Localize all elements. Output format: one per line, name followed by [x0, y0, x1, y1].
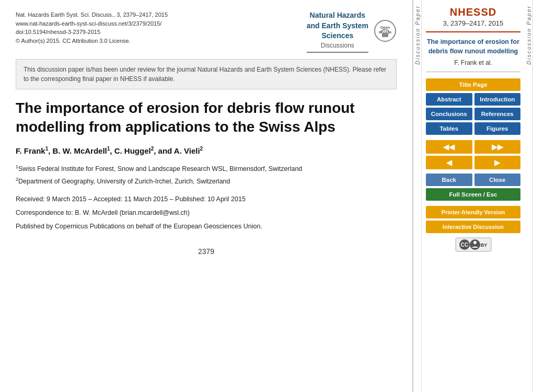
citation-block: Nat. Hazards Earth Syst. Sci. Discuss., …: [16, 10, 168, 45]
nav-grid-printer: Printer-friendly Version: [426, 206, 520, 218]
authors-line: F. Frank1, B. W. McArdell1, C. Huggel2, …: [16, 146, 397, 155]
nav-grid-2: Abstract Introduction: [426, 93, 520, 106]
nav-grid-interactive: Interactive Discussion: [426, 221, 520, 233]
affiliation1: 1Swiss Federal Institute for Forest, Sno…: [16, 163, 397, 175]
discussion-strip-2: Discussion Paper: [525, 0, 533, 392]
svg-point-8: [473, 241, 477, 244]
citation-line3: doi:10.5194/nhessd-3-2379-2015: [16, 28, 168, 37]
prev-button[interactable]: ◀: [426, 156, 472, 169]
svg-text:Open: Open: [380, 26, 390, 30]
citation-line2: www.nat-hazards-earth-syst-sci-discuss.n…: [16, 19, 168, 28]
received-line: Received: 9 March 2015 – Accepted: 11 Ma…: [16, 194, 397, 204]
nav-grid-arrows1: ◀◀ ▶▶: [426, 140, 520, 154]
affiliation2: 2Department of Geography, University of …: [16, 175, 397, 188]
open-access-icon: Open Access: [374, 19, 397, 44]
notice-box: This discussion paper is/has been under …: [16, 59, 397, 89]
discussion-strip-1: Discussion Paper: [413, 0, 422, 392]
citation-line1: Nat. Hazards Earth Syst. Sci. Discuss., …: [16, 10, 168, 19]
last-button[interactable]: ▶▶: [474, 140, 521, 154]
tables-button[interactable]: Tables: [426, 122, 472, 135]
svg-text:BY: BY: [480, 243, 487, 248]
author4: , and A. Vieli: [154, 146, 200, 155]
journal-title: Natural Hazards and Earth System Science…: [307, 10, 368, 53]
title-page-button[interactable]: Title Page: [426, 78, 520, 91]
citation-line4: © Author(s) 2015. CC Attribution 3.0 Lic…: [16, 37, 168, 45]
sidebar-journal-title: NHESSD: [426, 6, 520, 18]
full-screen-button[interactable]: Full Screen / Esc: [426, 188, 520, 201]
journal-header: Natural Hazards and Earth System Science…: [307, 10, 397, 53]
author2: , B. W. McArdell: [48, 146, 107, 155]
strip-label-1: Discussion Paper: [413, 0, 422, 70]
nav-grid-fullscreen: Full Screen / Esc: [426, 188, 520, 201]
nav-grid-3: Conclusions References: [426, 108, 520, 120]
affiliations: 1Swiss Federal Institute for Forest, Sno…: [16, 163, 397, 187]
printer-button[interactable]: Printer-friendly Version: [426, 206, 520, 218]
strip-label-2: Discussion Paper: [525, 0, 533, 70]
header-top: Nat. Hazards Earth Syst. Sci. Discuss., …: [16, 10, 397, 53]
first-button[interactable]: ◀◀: [426, 140, 472, 154]
references-button[interactable]: References: [474, 108, 521, 120]
main-content: Nat. Hazards Earth Syst. Sci. Discuss., …: [0, 0, 413, 392]
notice-text: This discussion paper is/has been under …: [24, 66, 386, 83]
abstract-button[interactable]: Abstract: [426, 93, 472, 106]
figures-button[interactable]: Figures: [474, 122, 521, 135]
nav-grid-1: Title Page: [426, 78, 520, 91]
svg-text:CC: CC: [460, 242, 468, 248]
svg-rect-3: [382, 33, 388, 37]
introduction-button[interactable]: Introduction: [474, 93, 521, 106]
cc-license-icon: CC BY: [455, 237, 492, 252]
nav-grid-back-close: Back Close: [426, 174, 520, 186]
close-button[interactable]: Close: [474, 174, 521, 186]
paper-title: The importance of erosion for debris flo…: [16, 99, 397, 137]
author3: , C. Huggel: [110, 146, 150, 155]
published-by-line: Published by Copernicus Publications on …: [16, 221, 397, 232]
page-number: 2379: [16, 247, 397, 256]
sidebar-authors: F. Frank et al.: [426, 59, 520, 72]
sidebar-paper-title: The importance of erosion for debris flo…: [426, 38, 520, 56]
right-section: Discussion Paper NHESSD 3, 2379–2417, 20…: [413, 0, 533, 392]
sidebar-panel: NHESSD 3, 2379–2417, 2015 The importance…: [422, 0, 525, 392]
back-button[interactable]: Back: [426, 174, 472, 186]
nav-grid-4: Tables Figures: [426, 122, 520, 135]
cc-license-badge: CC BY: [426, 237, 520, 252]
page-wrapper: Nat. Hazards Earth Syst. Sci. Discuss., …: [0, 0, 533, 392]
sidebar-journal-subtitle: 3, 2379–2417, 2015: [426, 19, 520, 32]
next-button[interactable]: ▶: [474, 156, 521, 169]
correspondence-line: Correspondence to: B. W. McArdell (brian…: [16, 207, 397, 218]
nav-grid-arrows2: ◀ ▶: [426, 156, 520, 169]
author1: F. Frank: [16, 146, 45, 155]
conclusions-button[interactable]: Conclusions: [426, 108, 472, 120]
interactive-discussion-button[interactable]: Interactive Discussion: [426, 221, 520, 233]
